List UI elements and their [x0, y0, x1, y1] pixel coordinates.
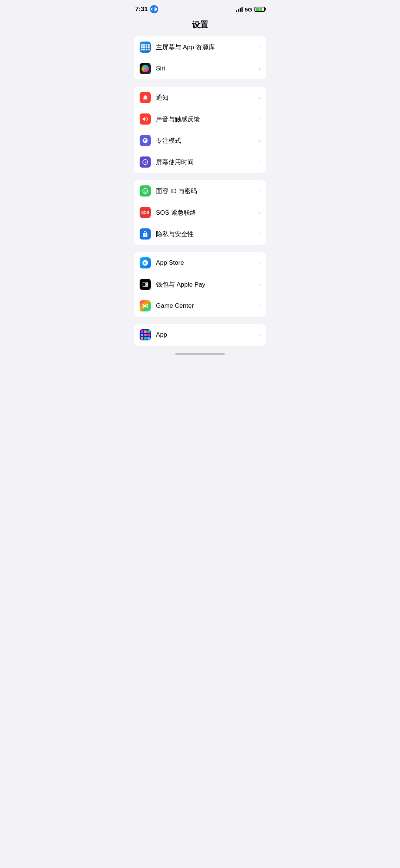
home-screen-label: 主屏幕与 App 资源库 — [156, 43, 256, 52]
siri-waves — [151, 7, 157, 12]
settings-row-screentime[interactable]: 屏幕使用时间 › — [134, 151, 266, 173]
settings-row-faceid[interactable]: 面容 ID 与密码 › — [134, 180, 266, 202]
settings-group-top: 主屏幕与 App 资源库 › Siri › — [134, 36, 266, 79]
notifications-label: 通知 — [156, 93, 256, 102]
settings-row-sound[interactable]: 声音与触感反馈 › — [134, 108, 266, 130]
privacy-label: 隐私与安全性 — [156, 230, 256, 238]
settings-group-security: 面容 ID 与密码 › SOS SOS 紧急联络 › 隐私与安全性 › — [134, 180, 266, 245]
time-label: 7:31 — [135, 6, 148, 13]
settings-row-appstore[interactable]: App Store › — [134, 252, 266, 274]
siri-label: Siri — [156, 65, 256, 72]
app-grid — [139, 329, 151, 341]
settings-row-wallet[interactable]: 钱包与 Apple Pay › — [134, 274, 266, 295]
settings-row-sos[interactable]: SOS SOS 紧急联络 › — [134, 202, 266, 223]
chevron-icon: › — [259, 332, 260, 338]
svg-point-3 — [146, 304, 148, 306]
screentime-label: 屏幕使用时间 — [156, 158, 256, 166]
sound-label: 声音与触感反馈 — [156, 115, 256, 123]
settings-row-siri[interactable]: Siri › — [134, 58, 266, 79]
network-label: 5G — [245, 6, 252, 13]
chevron-icon: › — [259, 260, 260, 266]
chevron-icon: › — [259, 231, 260, 237]
app-icon — [140, 329, 151, 340]
settings-row-gamecenter[interactable]: Game Center › — [134, 295, 266, 317]
settings-row-privacy[interactable]: 隐私与安全性 › — [134, 223, 266, 245]
status-time: 7:31 — [135, 5, 158, 13]
chevron-icon: › — [259, 281, 260, 287]
page-title: 设置 — [128, 16, 272, 36]
sos-icon: SOS — [140, 207, 151, 218]
siri-icon — [140, 63, 151, 74]
settings-group-apps: App › — [134, 324, 266, 346]
focus-icon — [140, 135, 151, 146]
status-right: 5G ⚡ — [236, 6, 265, 13]
svg-point-5 — [146, 306, 148, 308]
chevron-icon: › — [259, 303, 260, 309]
battery-icon: ⚡ — [254, 7, 265, 12]
svg-point-4 — [143, 306, 144, 308]
appstore-icon — [140, 257, 151, 268]
chevron-icon: › — [259, 138, 260, 143]
focus-label: 专注模式 — [156, 136, 256, 145]
chevron-icon: › — [259, 44, 260, 50]
settings-row-app[interactable]: App › — [134, 324, 266, 346]
faceid-icon — [140, 185, 151, 197]
siri-status-icon — [150, 5, 158, 13]
settings-row-focus[interactable]: 专注模式 › — [134, 130, 266, 151]
signal-icon — [236, 7, 243, 12]
chevron-icon: › — [259, 66, 260, 72]
wallet-label: 钱包与 Apple Pay — [156, 280, 256, 289]
home-screen-icon — [140, 42, 151, 53]
chevron-icon: › — [259, 95, 260, 100]
svg-point-2 — [143, 304, 144, 306]
status-bar: 7:31 5G ⚡ — [128, 0, 272, 16]
home-icon-grid — [139, 42, 151, 52]
sound-icon — [140, 113, 151, 125]
chevron-icon: › — [259, 116, 260, 122]
gamecenter-icon — [140, 300, 151, 311]
sos-label: SOS 紧急联络 — [156, 208, 256, 217]
screentime-icon — [140, 156, 151, 168]
chevron-icon: › — [259, 188, 260, 194]
chevron-icon: › — [259, 209, 260, 215]
appstore-label: App Store — [156, 259, 256, 267]
faceid-label: 面容 ID 与密码 — [156, 187, 256, 195]
sos-text: SOS — [141, 211, 149, 215]
home-indicator — [175, 353, 225, 355]
app-label: App — [156, 331, 256, 339]
privacy-icon — [140, 228, 151, 240]
svg-point-0 — [146, 284, 147, 285]
chevron-icon: › — [259, 159, 260, 165]
wallet-icon — [140, 279, 151, 290]
gamecenter-label: Game Center — [156, 302, 256, 310]
settings-group-services: App Store › 钱包与 Apple Pay › Game Center … — [134, 252, 266, 317]
notifications-icon — [140, 92, 151, 103]
svg-point-1 — [144, 305, 146, 307]
settings-group-notifications: 通知 › 声音与触感反馈 › 专注模式 › 屏幕使用时间 › — [134, 87, 266, 173]
settings-row-notifications[interactable]: 通知 › — [134, 87, 266, 108]
settings-row-home-screen[interactable]: 主屏幕与 App 资源库 › — [134, 36, 266, 58]
